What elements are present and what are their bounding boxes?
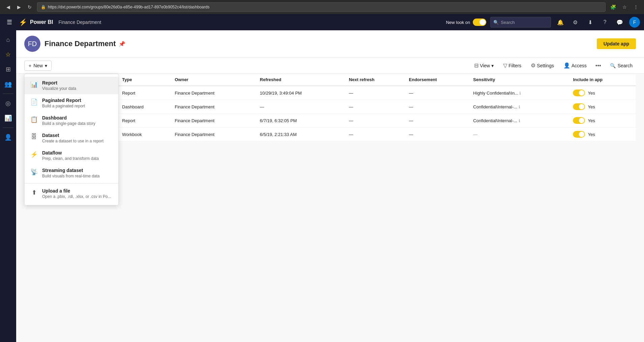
col-sensitivity: Sensitivity [469,74,569,86]
dataflow-icon: ⚡ [30,151,38,158]
toggle-knob [480,19,486,25]
browser-menu-icon[interactable]: ⋮ [631,2,641,12]
dropdown-item-paginated-report[interactable]: 📄 Paginated Report Build a paginated rep… [25,94,118,112]
toolbar: + New ▾ ⊟ View ▾ ▽ Filters ⚙ Settings [16,58,644,74]
streaming-title: Streaming dataset [42,168,100,173]
hamburger-button[interactable]: ☰ [4,17,15,28]
dropdown-item-dataset[interactable]: 🗄 Dataset Create a dataset to use in a r… [25,129,118,147]
info-icon[interactable]: ℹ [519,105,520,109]
toggle-knob [579,132,584,137]
url-text: https://dxt.powerbi.com/groups/80e26d0a-… [48,5,210,9]
col-refreshed: Refreshed [256,74,345,86]
upload-desc: Open a .pbix, .rdl, .xlsx, or .csv in Po… [42,194,111,199]
powerbi-logo: ⚡ Power BI [19,18,53,26]
new-button[interactable]: + New ▾ [24,61,52,71]
cell-endorsement: — [405,86,469,100]
settings-button[interactable]: ⚙ [570,17,581,28]
dropdown-item-upload[interactable]: ⬆ Upload a file Open a .pbix, .rdl, .xls… [25,185,118,202]
col-type: Type [118,74,171,86]
back-button[interactable]: ◀ [3,2,13,12]
access-button[interactable]: 👤 Access [560,60,590,71]
notification-button[interactable]: 🔔 [555,17,566,28]
sidebar-item-workspaces[interactable]: ◎ [1,97,15,110]
include-toggle[interactable] [573,117,585,124]
sidebar-item-profile[interactable]: 👤 [1,131,15,144]
dataflow-title: Dataflow [42,150,99,156]
cell-next-refresh: — [345,100,405,114]
cell-owner: Finance Department [171,86,256,100]
report-desc: Visualize your data [42,86,76,91]
user-avatar[interactable]: F [629,17,640,28]
search-button[interactable]: 🔍 Search [607,61,636,70]
new-look-label: New look on [446,20,470,25]
cell-include-in-app: Yes [569,86,636,100]
help-button[interactable]: ? [600,17,610,28]
sidebar-item-home[interactable]: ⌂ [1,33,15,46]
info-icon[interactable]: ℹ [519,91,521,96]
cell-next-refresh: — [345,86,405,100]
col-include-in-app: Include in app [569,74,636,86]
plus-icon: + [29,63,31,68]
cell-endorsement: — [405,128,469,141]
workspace-pin-icon[interactable]: 📌 [119,41,125,47]
refresh-button[interactable]: ↻ [25,2,34,12]
filters-button[interactable]: ▽ Filters [500,60,525,71]
main-area: ⌂ ☆ ⊞ 👥 ◎ 📊 👤 FD Finance Department 📌 Up… [0,30,644,342]
cell-type: Dashboard [118,100,171,114]
cell-refreshed: — [256,100,345,114]
more-options-button[interactable]: ••• [593,61,604,71]
filters-label: Filters [509,63,521,68]
cell-sensitivity: — [469,128,569,141]
dropdown-item-dashboard[interactable]: 📋 Dashboard Build a single-page data sto… [25,112,118,129]
settings-button[interactable]: ⚙ Settings [527,60,557,71]
extensions-icon[interactable]: 🧩 [608,2,618,12]
cell-next-refresh: — [345,114,405,128]
sidebar-item-datasets[interactable]: 📊 [1,111,15,125]
dropdown-item-dataflow[interactable]: ⚡ Dataflow Prep, clean, and transform da… [25,147,118,164]
new-look-switch[interactable] [473,19,486,26]
dropdown-item-dataset-content: Dataset Create a dataset to use in a rep… [42,133,103,143]
update-app-button[interactable]: Update app [597,38,636,49]
col-next-refresh: Next refresh [345,74,405,86]
user-info-button[interactable]: 💬 [614,17,625,28]
dataset-desc: Create a dataset to use in a report [42,139,103,143]
streaming-desc: Build visuals from real-time data [42,174,100,178]
include-toggle[interactable] [573,90,585,96]
include-toggle[interactable] [573,131,585,138]
workspace-avatar: FD [24,36,40,52]
dropdown-divider [25,183,118,183]
cell-owner: Finance Department [171,100,256,114]
cell-sensitivity: Confidential\Internal-... ℹ [469,114,569,128]
toggle-knob [579,104,584,109]
dataset-title: Dataset [42,133,103,138]
sidebar-item-favorites[interactable]: ☆ [1,48,15,61]
forward-button[interactable]: ▶ [14,2,24,12]
toggle-knob [579,90,584,96]
dropdown-item-streaming[interactable]: 📡 Streaming dataset Build visuals from r… [25,164,118,182]
info-icon[interactable]: ℹ [519,118,520,123]
new-dropdown-menu: 📊 Report Visualize your data 📄 Paginated… [24,74,119,205]
dropdown-item-report[interactable]: 📊 Report Visualize your data [25,77,118,94]
view-icon: ⊟ [474,62,479,69]
sidebar-item-shared[interactable]: 👥 [1,77,15,91]
download-button[interactable]: ⬇ [585,17,595,28]
nav-search-box[interactable]: 🔍 Search [490,17,551,28]
star-icon[interactable]: ☆ [620,2,629,12]
toggle-cell: Yes [573,103,632,110]
access-label: Access [572,63,587,68]
workspace-name-nav: Finance Department [58,20,101,25]
sidebar-item-apps[interactable]: ⊞ [1,63,15,76]
address-bar[interactable]: 🔒 https://dxt.powerbi.com/groups/80e26d0… [37,2,606,12]
page-header: FD Finance Department 📌 Update app [16,30,644,58]
new-look-toggle: New look on [446,19,486,26]
top-nav: ☰ ⚡ Power BI Finance Department New look… [0,14,644,30]
include-label: Yes [588,91,595,96]
view-button[interactable]: ⊟ View ▾ [471,60,497,71]
cell-refreshed: 6/5/19, 2:21:33 AM [256,128,345,141]
include-toggle[interactable] [573,103,585,110]
cell-endorsement: — [405,100,469,114]
workspace-title: Finance Department [44,39,116,48]
upload-title: Upload a file [42,188,111,194]
cell-type: Workbook [118,128,171,141]
col-endorsement: Endorsement [405,74,469,86]
